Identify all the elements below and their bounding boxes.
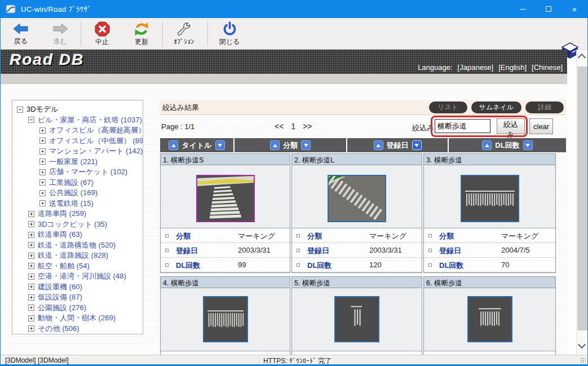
maximize-button[interactable] <box>536 0 562 18</box>
resize-grip-icon[interactable] <box>580 358 586 363</box>
card-details: 分類マーキング登録日2004/7/5DL回数70 <box>424 228 555 272</box>
tree-item-label[interactable]: 鉄道車両 (63) <box>38 230 82 240</box>
view-mode-button[interactable]: リスト <box>429 102 467 113</box>
tree-item-label[interactable]: 公園施設 (276) <box>38 303 86 313</box>
sort-desc-button[interactable] <box>215 140 225 150</box>
expand-icon[interactable] <box>28 284 34 290</box>
prev-page-button[interactable]: << <box>275 122 284 131</box>
detail-label: 分類 <box>439 231 454 241</box>
filter-clear-button[interactable]: clear <box>529 118 553 134</box>
view-mode-button[interactable]: 詳細 <box>525 102 564 113</box>
card-body <box>161 288 290 351</box>
expand-icon[interactable] <box>28 232 34 238</box>
expand-icon[interactable] <box>28 274 34 280</box>
expand-icon[interactable] <box>28 211 34 217</box>
sort-asc-button[interactable] <box>270 140 280 150</box>
detail-row: DL回数70 <box>424 258 555 272</box>
toolbar-separator <box>207 21 208 46</box>
model-thumbnail[interactable] <box>467 296 512 342</box>
sort-asc-button[interactable] <box>374 140 383 150</box>
stop-button[interactable]: 中止 <box>86 20 118 48</box>
model-thumbnail[interactable] <box>334 296 379 342</box>
tree-item-label[interactable]: 工業施設 (67) <box>49 178 94 188</box>
status-left: [3DModel] [3DModel] <box>5 356 69 364</box>
card-title[interactable]: 2. 横断歩道L <box>292 154 422 165</box>
tree-item-label[interactable]: マンション・アパート (142) <box>49 146 143 156</box>
view-mode-active-button[interactable]: サムネイル <box>471 102 521 113</box>
sort-desc-button[interactable] <box>523 140 533 150</box>
leaf-box-icon <box>39 127 46 134</box>
forward-button[interactable]: 進む <box>45 20 76 48</box>
model-thumbnail[interactable] <box>203 296 248 342</box>
sort-desc-button[interactable] <box>412 140 422 150</box>
model-thumbnail[interactable] <box>461 175 519 222</box>
expand-icon[interactable] <box>28 315 34 321</box>
sort-asc-button[interactable] <box>482 140 492 150</box>
close-window-button[interactable]: × <box>562 0 587 18</box>
next-page-button[interactable]: >> <box>303 122 312 131</box>
tree-item-label[interactable]: 店舗・マーケット (102) <box>49 167 127 177</box>
tree-item: 仮設設備 (87) <box>15 292 140 303</box>
scrollbar-thumb[interactable] <box>577 67 587 330</box>
sort-asc-button[interactable] <box>169 140 178 150</box>
vertical-scrollbar[interactable] <box>576 50 587 355</box>
language-label: Language: <box>418 63 452 72</box>
filter-apply-button[interactable]: 絞込み <box>497 118 525 134</box>
refresh-button[interactable]: 更新 <box>126 20 157 48</box>
tree-item-label[interactable]: 公共施設 (169) <box>49 188 98 198</box>
tree-item-label[interactable]: 建設重機 (60) <box>38 282 82 292</box>
tree-item-label[interactable]: 動物・人間・樹木 (269) <box>38 313 116 323</box>
detail-label: DL回数 <box>176 261 200 271</box>
language-link[interactable]: [Chinese] <box>532 63 563 72</box>
tree-item-label[interactable]: 3Dコックピット (35) <box>38 219 107 230</box>
expand-icon[interactable] <box>28 253 34 259</box>
card-title[interactable]: 3. 横断歩道 <box>424 154 555 165</box>
tree-item-label[interactable]: 3Dモデル <box>26 104 59 114</box>
expand-icon[interactable] <box>28 221 34 227</box>
tree-item-label[interactable]: オフィスビル（高層超高層） (232) <box>49 125 143 135</box>
sort-desc-button[interactable] <box>301 140 311 150</box>
expand-icon[interactable] <box>28 305 34 311</box>
scroll-down-icon[interactable] <box>578 341 586 349</box>
tree-item-label[interactable]: オフィスビル（中低層） (89) <box>49 136 143 146</box>
card-title[interactable]: 6. 横断歩道 <box>424 277 555 288</box>
result-card: 3. 横断歩道分類マーキング登録日2004/7/5DL回数70 <box>423 153 556 273</box>
tree-item-label[interactable]: 空港・港湾・河川施設 (48) <box>38 271 126 281</box>
detail-label: 登録日 <box>176 246 198 256</box>
arrow-down-icon <box>414 144 419 147</box>
tree-item-label[interactable]: 道路車両 (259) <box>38 209 86 219</box>
tree-item: 道路車両 (259) <box>15 209 140 219</box>
card-title[interactable]: 5. 横断歩道 <box>292 277 422 288</box>
tree-item-label[interactable]: 鉄道・道路構造物 (520) <box>38 240 116 250</box>
card-body <box>292 288 422 351</box>
tree-item-label[interactable]: 鉄道・道路施設 (828) <box>38 250 108 261</box>
expand-icon[interactable] <box>28 294 34 301</box>
card-title[interactable]: 1. 横断歩道S <box>161 154 290 165</box>
model-thumbnail[interactable] <box>328 175 386 222</box>
back-button[interactable]: 戻る <box>5 20 37 48</box>
close-browser-button[interactable]: 閉じる <box>214 20 245 48</box>
tree-item-label[interactable]: 送電鉄塔 (15) <box>49 199 94 209</box>
expand-icon[interactable] <box>28 325 34 332</box>
language-link[interactable]: [Japanese] <box>458 63 494 72</box>
expand-icon[interactable] <box>28 242 34 248</box>
options-button[interactable]: ｵﾌﾟｼｮﾝ <box>168 20 200 48</box>
model-thumbnail[interactable] <box>196 175 255 222</box>
language-link[interactable]: [English] <box>498 63 527 72</box>
minimize-button[interactable] <box>510 0 536 18</box>
tree-item-label[interactable]: その他 (506) <box>38 324 79 334</box>
tree-item-label[interactable]: ビル・家屋・商店・鉄塔 (1037) <box>38 115 142 125</box>
collapse-icon[interactable] <box>28 117 34 123</box>
tree-item-label[interactable]: 航空・船舶 (54) <box>38 261 90 271</box>
collapse-icon[interactable] <box>17 107 23 113</box>
results-grid: 1. 横断歩道S分類マーキング登録日2003/3/31DL回数992. 横断歩道… <box>160 153 556 355</box>
filter-input[interactable] <box>435 119 490 133</box>
bullet-icon <box>165 263 169 267</box>
tree-item: その他 (506) <box>15 324 140 334</box>
scroll-up-icon[interactable] <box>578 54 586 61</box>
card-title[interactable]: 4. 横断歩道 <box>161 277 290 288</box>
tree-item-label[interactable]: 一般家屋 (221) <box>49 157 98 167</box>
expand-icon[interactable] <box>28 263 34 269</box>
detail-row: 分類マーキング <box>424 228 555 243</box>
tree-item-label[interactable]: 仮設設備 (87) <box>38 292 82 302</box>
